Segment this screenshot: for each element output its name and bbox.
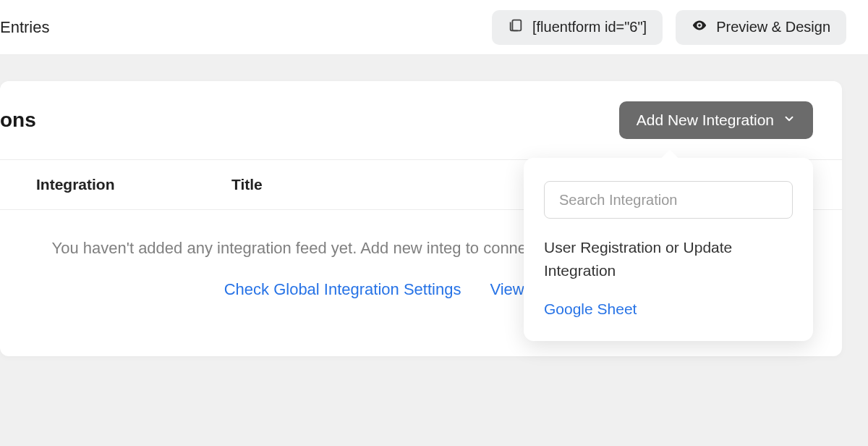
shortcode-button[interactable]: [fluentform id="6"] xyxy=(492,10,663,45)
tab-entries[interactable]: Entries xyxy=(0,18,49,37)
preview-design-button[interactable]: Preview & Design xyxy=(676,10,846,45)
dropdown-item-google-sheet[interactable]: Google Sheet xyxy=(544,298,793,321)
eye-icon xyxy=(692,17,707,37)
panel-title: ons xyxy=(0,109,36,132)
add-new-integration-label: Add New Integration xyxy=(637,112,774,129)
preview-design-label: Preview & Design xyxy=(716,19,830,35)
chevron-down-icon xyxy=(783,112,796,129)
integration-dropdown: User Registration or Update Integration … xyxy=(524,158,813,341)
copy-icon xyxy=(508,17,524,37)
search-integration-input[interactable] xyxy=(544,181,793,219)
check-global-settings-link[interactable]: Check Global Integration Settings xyxy=(224,280,461,299)
add-new-integration-button[interactable]: Add New Integration xyxy=(619,101,813,139)
integrations-panel: ons Add New Integration Integration Titl… xyxy=(0,81,842,356)
svg-rect-0 xyxy=(512,20,521,31)
dropdown-item-user-registration[interactable]: User Registration or Update Integration xyxy=(544,236,793,282)
shortcode-text: [fluentform id="6"] xyxy=(532,19,647,35)
column-integration: Integration xyxy=(36,176,231,193)
